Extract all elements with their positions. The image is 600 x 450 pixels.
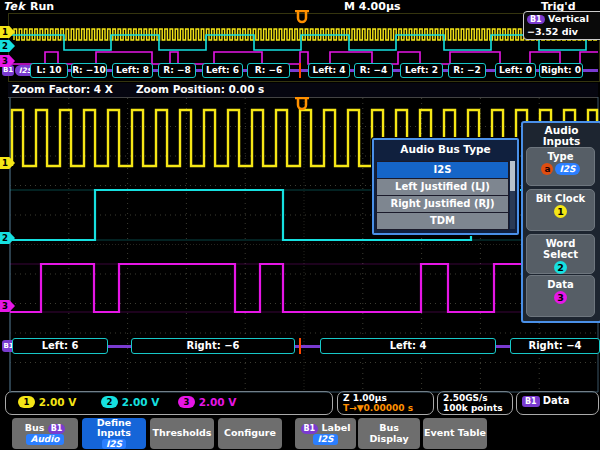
menu-button-label: Thresholds [152, 427, 211, 438]
bus-decode-word: R: −8 [158, 63, 196, 78]
bus-decode-word: L: 10 [30, 63, 68, 78]
bus-decode-word: Left: 2 [400, 63, 443, 78]
source-badge: 1 [554, 205, 567, 218]
menu-button-label: Configure [224, 427, 276, 438]
overview-word-select-trace [10, 35, 598, 50]
menu-event-table-button[interactable]: Event Table [423, 418, 487, 449]
audio-bus-type-popup: Audio Bus Type I2SLeft Justified (LJ)Rig… [372, 138, 519, 235]
overview-bus-decode-row: B1 I2S L: 10R: −10Left: 8R: −8Left: 6R: … [0, 63, 600, 79]
b1-badge: B1 [527, 15, 545, 24]
source-badge: 3 [554, 291, 567, 304]
menu-configure-button[interactable]: Configure [218, 418, 282, 449]
menu-button-label: Define [97, 417, 132, 428]
side-menu-type-button[interactable]: TypeaI2S [526, 147, 595, 186]
bus-decode-word: Right: −6 [131, 338, 295, 354]
panel-title-line2: Inputs [523, 136, 600, 147]
popup-item-left-justified-lj[interactable]: Left Justified (LJ) [376, 178, 509, 196]
bus-decode-word: R: −6 [247, 63, 290, 78]
side-menu-bit-clock-button[interactable]: Bit Clock1 [526, 189, 595, 231]
zoom-trigger-position-icon[interactable] [293, 97, 311, 113]
popup-item-i2s[interactable]: I2S [376, 161, 509, 179]
bus-decode-word: Left: 8 [112, 63, 153, 78]
side-menu-label: Data [527, 276, 594, 290]
bus-decode-word: Left: 4 [308, 63, 350, 78]
menu-badge: I2S [102, 439, 126, 450]
bus-vertical-badge: B1 Vertical −3.52 div [523, 11, 600, 40]
menu-badge: I2S [313, 434, 337, 445]
popup-scrollbar-thumb[interactable] [510, 161, 515, 191]
menu-button-label: Bus Display [369, 422, 408, 444]
side-menu-word-select-button[interactable]: Word Select2 [526, 234, 595, 274]
menu-bus-display-button[interactable]: Bus Display [358, 418, 420, 449]
bus-decode-word: Right: −4 [510, 338, 600, 354]
menu-button-label: Inputs [97, 427, 131, 438]
menu-button-label: Event Table [424, 427, 486, 438]
vertical-label: Vertical [548, 13, 589, 24]
bus-decode-word: R: −4 [354, 63, 393, 78]
menu-bus-button[interactable]: Bus B1Audio [12, 418, 78, 449]
menu-badge: Audio [26, 434, 63, 445]
menu-badge: B1 [48, 424, 66, 435]
bus-decode-word: Left: 6 [12, 338, 108, 354]
vertical-value: −3.52 div [527, 26, 600, 38]
side-menu-data-button[interactable]: Data3 [526, 275, 595, 317]
side-menu-label: Type [527, 148, 594, 162]
popup-item-tdm[interactable]: TDM [376, 212, 509, 230]
popup-scrollbar[interactable] [510, 161, 515, 229]
bus-decode-word: Right: 0 [539, 63, 583, 78]
side-menu-label: Word Select [527, 235, 594, 260]
bus-decode-word: R: −2 [448, 63, 486, 78]
menu-label-button[interactable]: B1 LabelI2S [295, 418, 356, 449]
bus-decode-word: Left: 4 [320, 338, 496, 354]
menu-button-label: Label [318, 422, 350, 433]
menu-button-label: Bus [25, 422, 48, 433]
source-badge: a [541, 163, 553, 175]
side-menu-label: Bit Clock [527, 190, 594, 204]
bus-decode-word: Left: 6 [202, 63, 243, 78]
zoom-bus-decode-row: B1 I2S Left: 6Right: −6Left: 4Right: −4 [0, 338, 600, 355]
trigger-position-icon[interactable] [293, 10, 311, 26]
bus-decode-word: Left: 0 [495, 63, 536, 78]
bus-decode-word: R: −10 [71, 63, 107, 78]
popup-item-right-justified-rj[interactable]: Right Justified (RJ) [376, 195, 509, 213]
menu-define-inputs-button[interactable]: DefineInputsI2S [82, 418, 146, 449]
source-badge: I2S [555, 163, 579, 175]
trigger-tick [299, 338, 301, 354]
trigger-tick [299, 63, 301, 78]
menu-badge: B1 [301, 424, 319, 435]
source-badge: 2 [554, 261, 567, 274]
oscilloscope-screen: Tek Run M 4.00µs Trig'd 1 2 3 B1 I2S L: … [0, 0, 600, 450]
menu-thresholds-button[interactable]: Thresholds [150, 418, 214, 449]
audio-inputs-panel: Audio Inputs TypeaI2SBit Clock1Word Sele… [521, 121, 600, 323]
popup-title: Audio Bus Type [374, 140, 517, 159]
